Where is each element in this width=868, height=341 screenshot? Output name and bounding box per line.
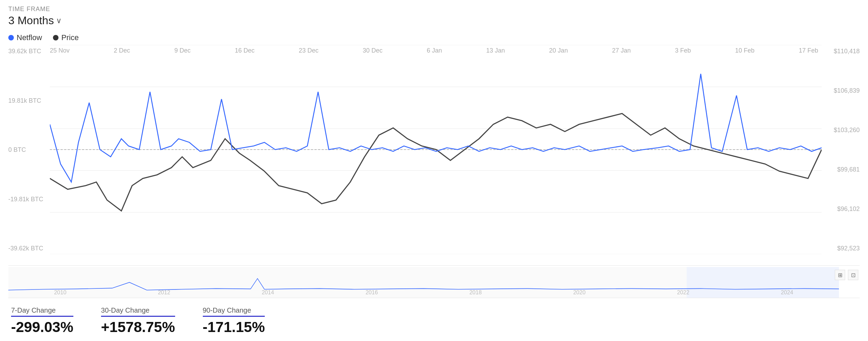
mini-year-2014: 2014 xyxy=(262,289,274,296)
legend-price: Price xyxy=(53,33,79,42)
y-right-3: $99,681 xyxy=(822,166,860,173)
y-left-0: 39.62k BTC xyxy=(8,48,50,55)
main-chart-svg xyxy=(50,45,822,254)
main-chart: 39.62k BTC 19.81k BTC 0 BTC -19.81k BTC … xyxy=(8,45,860,266)
netflow-label: Netflow xyxy=(17,33,42,42)
netflow-dot xyxy=(8,35,14,40)
mini-chart: 2010 2012 2014 2016 2018 2020 2022 2024 … xyxy=(8,267,860,298)
header: TIME FRAME 3 Months ∨ xyxy=(8,6,860,27)
y-axis-right: $110,418 $106,839 $103,260 $99,681 $96,1… xyxy=(822,45,860,255)
mini-year-2010: 2010 xyxy=(54,289,66,296)
chart-area: 39.62k BTC 19.81k BTC 0 BTC -19.81k BTC … xyxy=(8,45,860,335)
stat-30day-value: +1578.75% xyxy=(101,319,175,335)
y-left-2: 0 BTC xyxy=(8,146,50,154)
timeframe-value: 3 Months xyxy=(8,14,54,27)
y-left-4: -39.62k BTC xyxy=(8,245,50,252)
timeframe-label: TIME FRAME xyxy=(8,6,860,13)
stat-7day-label: 7-Day Change xyxy=(11,306,73,317)
stat-7day-value: -299.03% xyxy=(11,319,73,335)
y-left-3: -19.81k BTC xyxy=(8,196,50,203)
y-left-1: 19.81k BTC xyxy=(8,97,50,104)
stat-90day: 90-Day Change -171.15% xyxy=(203,306,265,335)
mini-year-2024: 2024 xyxy=(781,289,793,296)
stats-area: 7-Day Change -299.03% 30-Day Change +157… xyxy=(8,306,860,335)
stat-30day-label: 30-Day Change xyxy=(101,306,175,317)
y-right-0: $110,418 xyxy=(822,48,860,55)
price-line xyxy=(50,113,822,211)
mini-chart-icon-2[interactable]: ⊡ xyxy=(848,270,858,280)
stat-90day-value: -171.15% xyxy=(203,319,265,335)
main-container: TIME FRAME 3 Months ∨ Netflow Price 39.6… xyxy=(0,0,868,341)
stat-30day: 30-Day Change +1578.75% xyxy=(101,306,175,335)
y-right-1: $106,839 xyxy=(822,87,860,94)
mini-year-2022: 2022 xyxy=(677,289,689,296)
netflow-line xyxy=(50,74,822,182)
timeframe-selector[interactable]: 3 Months ∨ xyxy=(8,14,860,27)
mini-year-labels: 2010 2012 2014 2016 2018 2020 2022 2024 xyxy=(8,289,839,296)
chevron-down-icon: ∨ xyxy=(56,16,62,25)
mini-year-2016: 2016 xyxy=(365,289,378,296)
legend: Netflow Price xyxy=(8,33,860,42)
mini-chart-icon-1[interactable]: ⊞ xyxy=(835,270,845,280)
y-right-4: $96,102 xyxy=(822,205,860,213)
mini-year-2020: 2020 xyxy=(573,289,586,296)
stat-7day: 7-Day Change -299.03% xyxy=(11,306,73,335)
mini-year-2018: 2018 xyxy=(469,289,482,296)
legend-netflow: Netflow xyxy=(8,33,42,42)
mini-chart-icons: ⊞ ⊡ xyxy=(833,268,860,282)
stat-90day-label: 90-Day Change xyxy=(203,306,265,317)
price-label: Price xyxy=(61,33,79,42)
price-dot xyxy=(53,35,58,40)
y-right-5: $92,523 xyxy=(822,245,860,252)
y-axis-left: 39.62k BTC 19.81k BTC 0 BTC -19.81k BTC … xyxy=(8,45,50,255)
y-right-2: $103,260 xyxy=(822,127,860,134)
mini-year-2012: 2012 xyxy=(158,289,170,296)
